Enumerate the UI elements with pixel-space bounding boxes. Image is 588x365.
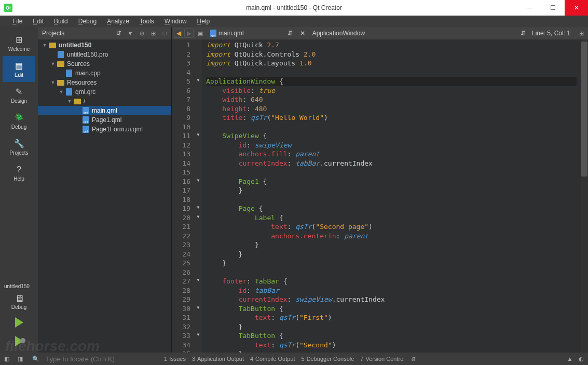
minimize-button[interactable]: ─ — [518, 0, 541, 16]
vertical-scrollbar[interactable] — [581, 39, 588, 353]
panes-selector-icon[interactable]: ⇵ — [411, 356, 416, 362]
run-button[interactable] — [2, 313, 36, 332]
progress-icon[interactable]: ◐ — [577, 354, 586, 363]
filename-label: main.qml — [218, 30, 244, 37]
toggle-right-sidebar-icon[interactable]: ◨ — [16, 354, 25, 363]
mode-sidebar: ⊞Welcome▤Edit✎Design🪲Debug🔧Projects?Help… — [0, 27, 38, 353]
tree-item[interactable]: main.qml — [38, 106, 171, 115]
tree-item[interactable]: ▼untitled150 — [38, 40, 171, 50]
kit-config-label: Debug — [11, 304, 26, 310]
mode-edit[interactable]: ▤Edit — [3, 56, 35, 82]
filter-icon[interactable]: ▼ — [126, 29, 135, 38]
run-debug-button[interactable] — [2, 332, 36, 350]
menu-edit[interactable]: Edit — [29, 17, 48, 26]
mode-welcome[interactable]: ⊞Welcome — [3, 30, 35, 56]
file-tab[interactable]: main.qml ⇵ — [207, 30, 296, 37]
output-pane-issues[interactable]: 1Issues — [162, 356, 188, 362]
mode-debug[interactable]: 🪲Debug — [3, 108, 35, 134]
link-icon[interactable]: ⊘ — [137, 29, 146, 38]
editor-toolbar: ◀ ▶ ▣ main.qml ⇵ ✕ ApplicationWindow ⇵ L… — [172, 27, 588, 39]
mode-help[interactable]: ?Help — [3, 160, 35, 186]
project-panel-header: Projects⇵ ▼ ⊘ ⊞ □ — [38, 27, 171, 39]
split-icon[interactable]: □ — [160, 29, 169, 38]
nav-back-button[interactable]: ◀ — [174, 29, 183, 38]
toggle-sidebar-icon[interactable]: ◧ — [2, 354, 11, 363]
app-icon: Qt — [4, 4, 12, 12]
menu-analyze[interactable]: Analyze — [103, 17, 133, 26]
menubar: FileEditBuildDebugAnalyzeToolsWindowHelp — [0, 16, 588, 27]
editor-area: ◀ ▶ ▣ main.qml ⇵ ✕ ApplicationWindow ⇵ L… — [172, 27, 588, 353]
output-up-icon[interactable]: ▲ — [565, 354, 575, 363]
add-icon[interactable]: ⊞ — [148, 29, 158, 38]
close-button[interactable]: ✕ — [565, 0, 588, 16]
code-editor[interactable]: 1234567891011121314151617181920212223242… — [172, 39, 588, 353]
tree-item[interactable]: ▼/ — [38, 97, 171, 106]
output-pane-debugger-console[interactable]: 5Debugger Console — [299, 356, 357, 362]
qml-file-icon — [210, 30, 216, 37]
search-icon: 🔍 — [29, 356, 39, 362]
design-icon: ✎ — [14, 87, 24, 97]
output-pane-version-control[interactable]: 7Version Control — [358, 356, 406, 362]
help-icon: ? — [14, 165, 24, 175]
project-panel: Projects⇵ ▼ ⊘ ⊞ □ ▼untitled150untitled15… — [38, 27, 172, 353]
bookmark-icon[interactable]: ▣ — [196, 29, 205, 38]
line-col-indicator[interactable]: Line: 5, Col: 1 — [528, 30, 575, 37]
tree-item[interactable]: main.cpp — [38, 69, 171, 78]
monitor-icon: 🖥 — [15, 293, 24, 304]
menu-help[interactable]: Help — [193, 17, 214, 26]
close-file-icon[interactable]: ✕ — [298, 30, 307, 37]
output-pane-compile-output[interactable]: 4Compile Output — [248, 356, 297, 362]
tree-item[interactable]: Page1.qml — [38, 115, 171, 125]
menu-debug[interactable]: Debug — [74, 17, 101, 26]
edit-icon: ▤ — [14, 61, 24, 71]
nav-forward-button[interactable]: ▶ — [184, 29, 194, 38]
tree-item[interactable]: ▼qml.qrc — [38, 87, 171, 97]
tree-item[interactable]: ▼Resources — [38, 78, 171, 87]
kit-project-label: untitled150 — [2, 282, 36, 290]
menu-tools[interactable]: Tools — [135, 17, 158, 26]
output-pane-application-output[interactable]: 3Application Output — [190, 356, 246, 362]
maximize-button[interactable]: ☐ — [541, 0, 565, 16]
welcome-icon: ⊞ — [14, 35, 24, 45]
window-title: main.qml - untitled150 - Qt Creator — [246, 4, 342, 11]
statusbar: ◧ ◨ 🔍 1Issues3Application Output4Compile… — [0, 353, 588, 365]
mode-projects[interactable]: 🔧Projects — [3, 134, 35, 160]
debug-icon: 🪲 — [14, 113, 24, 123]
mode-design[interactable]: ✎Design — [3, 82, 35, 108]
menu-file[interactable]: File — [8, 17, 26, 26]
menu-build[interactable]: Build — [50, 17, 72, 26]
project-tree[interactable]: ▼untitled150untitled150.pro▼Sourcesmain.… — [38, 39, 171, 353]
window-titlebar: Qt main.qml - untitled150 - Qt Creator ─… — [0, 0, 588, 16]
tree-item[interactable]: Page1Form.ui.qml — [38, 125, 171, 134]
locate-input[interactable] — [44, 354, 158, 364]
split-editor-icon[interactable]: ⊞ — [577, 29, 586, 38]
kit-selector[interactable]: 🖥 Debug — [2, 290, 36, 313]
menu-window[interactable]: Window — [160, 17, 191, 26]
panel-selector[interactable]: Projects⇵ — [40, 30, 124, 37]
projects-icon: 🔧 — [14, 139, 24, 149]
tree-item[interactable]: ▼Sources — [38, 59, 171, 69]
tree-item[interactable]: untitled150.pro — [38, 50, 171, 59]
symbol-breadcrumb[interactable]: ApplicationWindow — [309, 30, 518, 37]
